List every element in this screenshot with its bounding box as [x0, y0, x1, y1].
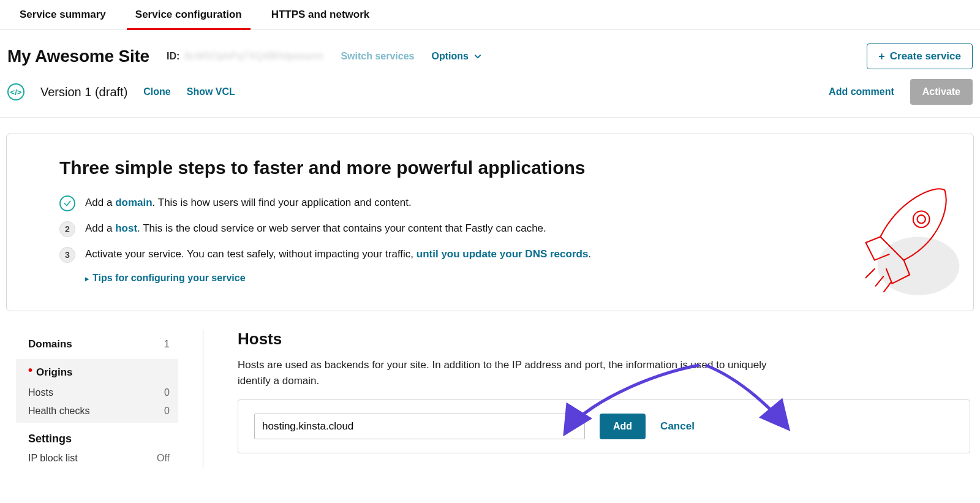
- svg-point-2: [918, 215, 925, 223]
- caret-right-icon: ▸: [85, 274, 89, 283]
- dot-indicator-icon: •: [28, 363, 32, 377]
- sidenav-origins[interactable]: •Origins: [16, 361, 178, 384]
- sidenav-health-label: Health checks: [28, 406, 90, 417]
- site-title: My Awesome Site: [7, 47, 149, 66]
- service-id-label: ID:: [167, 51, 179, 62]
- add-comment-link[interactable]: Add comment: [829, 86, 894, 97]
- onboarding-step-3: 3 Activate your service. You can test sa…: [59, 247, 946, 263]
- version-label: Version 1 (draft): [40, 85, 127, 99]
- sidenav-origins-group: •Origins Hosts 0 Health checks 0: [16, 359, 178, 423]
- sidenav: Domains 1 •Origins Hosts 0 Health checks…: [7, 330, 203, 467]
- sidenav-hosts-label: Hosts: [28, 387, 53, 398]
- step3-text-a: Activate your service. You can test safe…: [85, 248, 417, 260]
- step-number-2: 2: [59, 221, 75, 237]
- domain-link[interactable]: domain: [115, 197, 152, 208]
- cancel-button[interactable]: Cancel: [660, 420, 695, 433]
- sidenav-health-checks[interactable]: Health checks 0: [16, 402, 178, 420]
- onboarding-step-1: Add a domain. This is how users will fin…: [59, 195, 946, 211]
- options-dropdown[interactable]: Options: [432, 51, 482, 62]
- sidenav-settings-head: Settings: [16, 424, 178, 449]
- plus-icon: +: [878, 51, 885, 62]
- sidenav-ipblock-value: Off: [157, 453, 170, 464]
- create-service-label: Create service: [890, 50, 961, 62]
- service-id-value: 8cW5OphPq7XQ4BHdpesarm: [184, 51, 323, 62]
- onboarding-title: Three simple steps to faster and more po…: [59, 157, 946, 178]
- host-address-input[interactable]: [254, 414, 585, 439]
- sidenav-hosts[interactable]: Hosts 0: [16, 384, 178, 402]
- onboarding-steps: Add a domain. This is how users will fin…: [59, 195, 946, 263]
- tab-service-configuration[interactable]: Service configuration: [135, 0, 242, 29]
- hosts-panel: Hosts Hosts are used as backends for you…: [203, 330, 974, 467]
- step3-text-b: .: [588, 248, 591, 260]
- clone-link[interactable]: Clone: [143, 86, 170, 97]
- activate-button[interactable]: Activate: [910, 79, 973, 105]
- sidenav-origins-label: Origins: [36, 366, 73, 378]
- sidenav-ipblock-label: IP block list: [28, 453, 78, 464]
- version-code-icon: </>: [7, 83, 24, 100]
- dns-records-link[interactable]: until you update your DNS records: [417, 248, 589, 260]
- sidenav-domains-label: Domains: [28, 338, 72, 350]
- tab-https-network[interactable]: HTTPS and network: [271, 0, 370, 29]
- step1-text-b: . This is how users will find your appli…: [153, 197, 412, 208]
- create-service-button[interactable]: + Create service: [867, 43, 973, 69]
- step-number-3: 3: [59, 247, 75, 263]
- sidenav-domains[interactable]: Domains 1: [16, 333, 178, 355]
- step1-text-a: Add a: [85, 197, 115, 208]
- step2-text-b: . This is the cloud service or web serve…: [137, 222, 546, 234]
- sidenav-domains-count: 1: [164, 338, 170, 350]
- sidenav-health-count: 0: [164, 406, 170, 417]
- version-row: </> Version 1 (draft) Clone Show VCL Add…: [0, 75, 980, 118]
- tips-link[interactable]: ▸Tips for configuring your service: [85, 273, 946, 284]
- hosts-title: Hosts: [238, 330, 970, 349]
- step2-text-a: Add a: [85, 222, 115, 234]
- tips-label: Tips for configuring your service: [92, 273, 246, 283]
- hosts-description: Hosts are used as backends for your site…: [238, 357, 801, 388]
- host-link[interactable]: host: [115, 222, 137, 234]
- service-id-block: ID: 8cW5OphPq7XQ4BHdpesarm: [167, 51, 323, 62]
- sidenav-ip-block-list[interactable]: IP block list Off: [16, 449, 178, 467]
- onboarding-card: Three simple steps to faster and more po…: [6, 134, 974, 311]
- onboarding-step-2: 2 Add a host. This is the cloud service …: [59, 221, 946, 237]
- chevron-down-icon: [473, 52, 482, 61]
- rocket-icon: [834, 178, 962, 307]
- show-vcl-link[interactable]: Show VCL: [187, 86, 235, 97]
- switch-services-link[interactable]: Switch services: [341, 51, 414, 62]
- check-icon: [59, 195, 75, 211]
- lower-layout: Domains 1 •Origins Hosts 0 Health checks…: [6, 330, 974, 467]
- tab-service-summary[interactable]: Service summary: [20, 0, 106, 29]
- header-row: My Awesome Site ID: 8cW5OphPq7XQ4BHdpesa…: [0, 30, 980, 75]
- add-host-button[interactable]: Add: [600, 414, 646, 439]
- options-label: Options: [432, 51, 469, 62]
- sidenav-hosts-count: 0: [164, 387, 170, 398]
- svg-point-1: [913, 211, 930, 227]
- top-tabbar: Service summary Service configuration HT…: [0, 0, 980, 30]
- host-add-form: Add Cancel: [238, 399, 970, 453]
